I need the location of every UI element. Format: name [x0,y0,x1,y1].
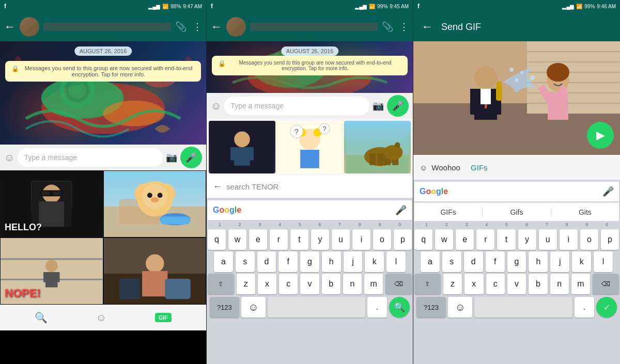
num-key-2[interactable]: ?123 [210,297,239,318]
avatar-1[interactable] [20,17,39,37]
key-t-2[interactable]: t [290,229,308,250]
key-b-3[interactable]: b [529,274,547,294]
key-h-3[interactable]: h [529,251,548,272]
key-z-3[interactable]: z [443,274,462,294]
key-g-2[interactable]: g [300,251,319,272]
message-input-1[interactable]: Type a message [18,148,163,167]
key-m-3[interactable]: m [571,274,590,294]
gif-cell-nope[interactable]: NOPE! [0,238,103,305]
back-button-3[interactable]: ← [422,20,433,34]
key-w-2[interactable]: w [228,229,246,250]
key-y-3[interactable]: y [518,229,536,250]
key-n-3[interactable]: n [550,274,569,294]
more-icon-2[interactable]: ⋮ [399,21,409,33]
key-e-3[interactable]: e [456,229,474,250]
key-e-2[interactable]: e [249,229,267,250]
space-key-3[interactable] [474,297,572,318]
emoji-icon-1[interactable]: ☺ [96,312,106,324]
message-input-2[interactable]: Type a message [224,97,369,115]
key-o-3[interactable]: o [580,229,598,250]
key-x-3[interactable]: x [464,274,483,294]
key-k-2[interactable]: k [365,251,384,272]
suggestion-gits[interactable]: Gits [551,208,619,216]
key-p-2[interactable]: p [394,229,412,250]
key-n-2[interactable]: n [343,274,362,294]
gifs-link[interactable]: GIFs [471,163,488,172]
search-icon-1[interactable]: 🔍 [35,311,48,324]
more-icon-1[interactable]: ⋮ [193,21,202,33]
key-v-3[interactable]: v [507,274,526,294]
emoji-key-3[interactable]: ☺ [448,297,472,318]
gif-strip-cell-1[interactable] [209,121,275,173]
key-x-2[interactable]: x [258,274,276,294]
send-button-3[interactable]: ▶ [587,122,614,149]
key-s-3[interactable]: s [442,251,461,272]
key-b-2[interactable]: b [322,274,340,294]
key-l-2[interactable]: l [386,251,406,272]
key-j-3[interactable]: j [550,251,569,272]
period-key-3[interactable]: . [575,297,594,318]
back-button-1[interactable]: ← [4,20,16,34]
shift-key-3[interactable]: ⇧ [414,274,441,294]
paperclip-icon-2[interactable]: 📎 [382,21,393,33]
key-i-3[interactable]: i [560,229,578,250]
key-g-3[interactable]: g [507,251,526,272]
gif-strip-cell-3[interactable] [344,121,411,173]
gif-strip-cell-2[interactable]: ? ? [276,121,343,173]
key-d-3[interactable]: d [464,251,483,272]
avatar-2[interactable] [226,17,246,37]
key-t-3[interactable]: t [497,229,515,250]
kb-mic-icon-3[interactable]: 🎤 [602,186,614,197]
camera-button-1[interactable]: 📷 [166,152,177,163]
camera-button-2[interactable]: 📷 [373,100,384,112]
backspace-key-2[interactable]: ⌫ [385,274,412,294]
shift-key-2[interactable]: ⇧ [208,274,234,294]
key-u-3[interactable]: u [539,229,557,250]
key-z-2[interactable]: z [237,274,255,294]
key-q-2[interactable]: q [208,229,226,250]
key-f-3[interactable]: f [486,251,505,272]
key-m-2[interactable]: m [364,274,383,294]
backspace-key-3[interactable]: ⌫ [593,274,619,294]
gif-cell-hello[interactable]: HELLO? [0,170,103,238]
key-y-2[interactable]: y [311,229,329,250]
search-key-2[interactable]: 🔍 [389,297,410,318]
system-msg-2[interactable]: 🔒 Messages you send to this group are no… [212,56,408,75]
key-j-2[interactable]: j [344,251,363,272]
space-key-2[interactable] [268,297,365,318]
key-f-2[interactable]: f [278,251,298,272]
tenor-search-text[interactable]: search TENOR [226,182,407,191]
suggestion-gifs[interactable]: GIFs [414,208,483,216]
mic-button-2[interactable]: 🎤 [387,95,409,117]
key-i-2[interactable]: i [352,229,370,250]
gif-cell-pom[interactable] [103,170,207,238]
gif-badge-1[interactable]: GIF [155,313,172,322]
key-p-3[interactable]: p [601,229,619,250]
send-key-3[interactable]: ✓ [596,297,617,318]
key-d-2[interactable]: d [257,251,276,272]
suggestion-gifs2[interactable]: Gifs [483,208,551,216]
key-a-3[interactable]: a [421,251,440,272]
back-button-2[interactable]: ← [211,20,222,34]
system-msg-1[interactable]: 🔒 Messages you send to this group are no… [5,61,201,82]
mic-button-1[interactable]: 🎤 [180,147,202,168]
key-c-3[interactable]: c [486,274,505,294]
key-q-3[interactable]: q [414,229,432,250]
key-c-2[interactable]: c [279,274,298,294]
paperclip-icon-1[interactable]: 📎 [175,21,187,33]
emoji-button-1[interactable]: ☺ [4,152,14,164]
key-r-2[interactable]: r [270,229,288,250]
kb-mic-icon-2[interactable]: 🎤 [395,204,407,216]
key-a-2[interactable]: a [214,251,233,272]
period-key-2[interactable]: . [367,297,387,318]
key-k-3[interactable]: k [572,251,591,272]
key-s-2[interactable]: s [236,251,255,272]
emoji-key-2[interactable]: ☺ [241,297,266,318]
tenor-back-button[interactable]: ← [213,181,222,192]
key-w-3[interactable]: w [435,229,453,250]
emoji-button-2[interactable]: ☺ [211,100,221,112]
key-o-2[interactable]: o [373,229,391,250]
key-l-3[interactable]: l [594,251,613,272]
key-h-2[interactable]: h [322,251,341,272]
key-r-3[interactable]: r [476,229,494,250]
